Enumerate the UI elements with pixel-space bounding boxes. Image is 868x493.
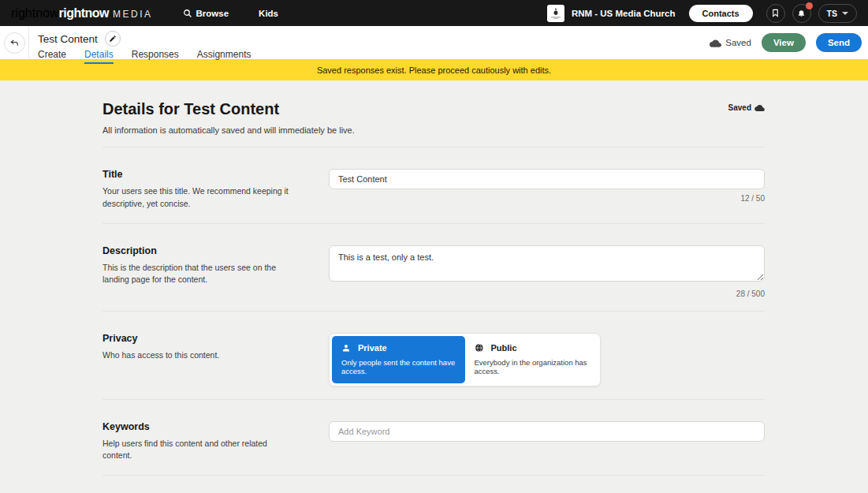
cloud-icon <box>754 104 765 111</box>
public-option-description: Everybody in the organization has access… <box>475 358 589 375</box>
back-box <box>0 26 29 59</box>
contacts-button[interactable]: Contacts <box>689 5 753 22</box>
content-tabs: Create Details Responses Assignments <box>38 49 251 64</box>
description-section: Description This is the description that… <box>102 224 765 312</box>
keywords-section: Keywords Help users find this content an… <box>102 400 765 476</box>
private-option-description: Only people sent the content have access… <box>341 358 456 375</box>
description-textarea[interactable]: This is a test, only a test. <box>329 245 765 282</box>
privacy-help: Who has access to this content. <box>102 349 293 362</box>
edit-title-button[interactable] <box>105 31 121 47</box>
notifications-button[interactable] <box>792 4 811 23</box>
cover-image-section: Cover Image The image displayed on Right… <box>102 476 765 493</box>
top-navbar: rightnowrightnow rightnow MEDIA Browse K… <box>0 0 868 26</box>
search-icon <box>183 9 192 18</box>
browse-menu[interactable]: Browse <box>183 9 229 18</box>
header-right: Saved View Send <box>710 26 868 59</box>
title-label: Title <box>102 169 293 180</box>
public-option-title: Public <box>491 343 517 353</box>
page-subtitle: All information is automatically saved a… <box>102 125 765 135</box>
private-option-title: Private <box>358 343 387 353</box>
tab-create[interactable]: Create <box>38 49 66 64</box>
page-title: Details for Test Content <box>102 100 279 118</box>
logo-primary: rightnow <box>11 6 58 21</box>
logo-text-bold: rightnow <box>58 6 109 21</box>
back-button[interactable] <box>4 32 25 54</box>
keywords-help: Help users find this content and other r… <box>102 438 293 463</box>
bookmarks-button[interactable] <box>766 4 785 23</box>
description-help: This is the description that the users s… <box>102 262 293 287</box>
description-char-counter: 28 / 500 <box>329 289 765 298</box>
navbar-right: RNM - US Media Church Contacts TS <box>547 4 857 23</box>
autosave-saved-label: Saved <box>728 103 751 112</box>
title-help: Your users see this title. We recommend … <box>102 185 293 211</box>
back-arrow-icon <box>9 38 20 48</box>
rightnow-media-logo[interactable]: rightnowrightnow rightnow MEDIA <box>11 6 153 21</box>
cloud-icon <box>710 39 721 47</box>
org-name: RNM - US Media Church <box>572 9 676 18</box>
user-initials: TS <box>827 9 837 18</box>
keyword-input[interactable] <box>329 421 765 442</box>
privacy-option-private[interactable]: Private Only people sent the content hav… <box>332 336 465 383</box>
content-title: Test Content <box>38 33 98 45</box>
tab-details[interactable]: Details <box>84 49 114 64</box>
send-button[interactable]: Send <box>816 33 862 52</box>
title-input[interactable] <box>329 169 765 189</box>
main-content: Details for Test Content Saved All infor… <box>0 80 868 493</box>
saved-indicator: Saved <box>710 38 751 47</box>
bookmark-icon <box>771 9 780 17</box>
pencil-icon <box>109 35 117 43</box>
tab-assignments[interactable]: Assignments <box>197 49 251 64</box>
chevron-down-icon <box>842 12 848 15</box>
tab-responses[interactable]: Responses <box>132 49 179 64</box>
logo-text-light: MEDIA <box>113 9 153 20</box>
kids-menu[interactable]: Kids <box>259 9 278 18</box>
kids-label: Kids <box>259 9 278 18</box>
keywords-label: Keywords <box>102 421 293 432</box>
privacy-toggle: Private Only people sent the content hav… <box>329 333 601 387</box>
notification-badge <box>806 2 813 9</box>
org-logo[interactable] <box>547 5 564 22</box>
user-menu[interactable]: TS <box>818 4 857 23</box>
title-section: Title Your users see this title. We reco… <box>102 148 765 224</box>
privacy-option-public[interactable]: Public Everybody in the organization has… <box>465 336 598 383</box>
browse-label: Browse <box>196 9 229 18</box>
privacy-section: Privacy Who has access to this content. … <box>102 312 765 400</box>
saved-label: Saved <box>725 38 751 47</box>
warning-message: Saved responses exist. Please proceed ca… <box>317 65 551 75</box>
autosave-status: Saved <box>728 103 765 112</box>
globe-icon <box>475 343 484 353</box>
view-button[interactable]: View <box>762 33 806 52</box>
content-header: Test Content Create Details Responses As… <box>0 26 868 59</box>
title-char-counter: 12 / 50 <box>329 194 765 203</box>
description-label: Description <box>102 245 293 256</box>
header-left: Test Content Create Details Responses As… <box>29 26 251 59</box>
person-icon <box>341 343 351 353</box>
notification-bell-icon <box>797 9 806 17</box>
privacy-label: Privacy <box>102 333 293 344</box>
